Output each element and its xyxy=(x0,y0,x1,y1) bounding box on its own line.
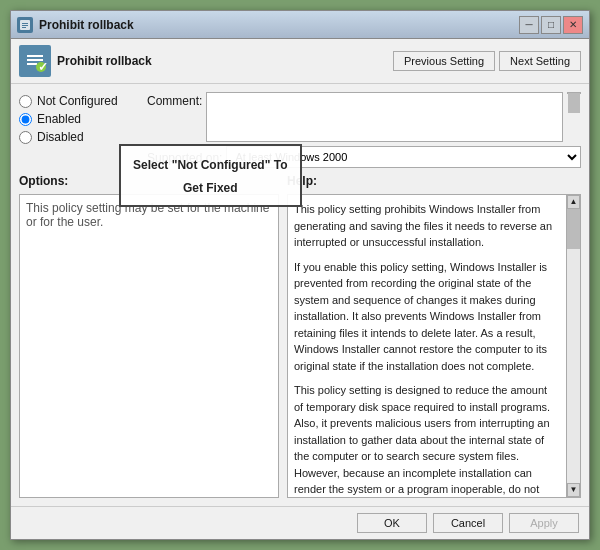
help-para-1: If you enable this policy setting, Windo… xyxy=(294,259,558,375)
supported-select[interactable]: At least Windows 2000 xyxy=(226,146,581,168)
supported-row: Supported on: At least Windows 2000 xyxy=(147,146,581,168)
top-section: Not Configured Enabled Disabled Comment: xyxy=(19,92,581,168)
comment-label: Comment: xyxy=(147,92,202,108)
comment-scrollbar[interactable] xyxy=(567,92,581,94)
next-setting-button[interactable]: Next Setting xyxy=(499,51,581,71)
disabled-option[interactable]: Disabled xyxy=(19,130,139,144)
enabled-option[interactable]: Enabled xyxy=(19,112,139,126)
window-title: Prohibit rollback xyxy=(39,18,134,32)
comment-scroll-thumb xyxy=(568,93,580,113)
help-section: Help: This policy setting prohibits Wind… xyxy=(287,174,581,498)
minimize-button[interactable]: ─ xyxy=(519,16,539,34)
enabled-radio[interactable] xyxy=(19,113,32,126)
toolbar: ✓ Prohibit rollback Previous Setting Nex… xyxy=(11,39,589,84)
cancel-button[interactable]: Cancel xyxy=(433,513,503,533)
title-bar: Prohibit rollback ─ □ ✕ xyxy=(11,11,589,39)
svg-text:✓: ✓ xyxy=(38,60,48,74)
help-para-0: This policy setting prohibits Windows In… xyxy=(294,201,558,251)
help-label: Help: xyxy=(287,174,581,188)
svg-rect-7 xyxy=(27,63,37,65)
svg-rect-5 xyxy=(27,55,43,57)
title-controls: ─ □ ✕ xyxy=(519,16,583,34)
options-body-text: This policy setting may be set for the m… xyxy=(26,201,269,229)
supported-label: Supported on: xyxy=(147,149,222,165)
svg-rect-2 xyxy=(22,25,28,26)
main-window: Prohibit rollback ─ □ ✕ ✓ Prohibit rollb… xyxy=(10,10,590,540)
toolbar-buttons: Previous Setting Next Setting xyxy=(393,51,581,71)
help-scroll-track xyxy=(567,209,580,483)
help-scroll-up-button[interactable]: ▲ xyxy=(567,195,580,209)
help-text: This policy setting prohibits Windows In… xyxy=(294,201,574,498)
title-bar-left: Prohibit rollback xyxy=(17,17,134,33)
help-box: This policy setting prohibits Windows In… xyxy=(287,194,581,498)
comment-textarea[interactable] xyxy=(206,92,563,142)
options-box: This policy setting may be set for the m… xyxy=(19,194,279,498)
policy-title: Prohibit rollback xyxy=(57,54,152,68)
disabled-radio[interactable] xyxy=(19,131,32,144)
radio-section: Not Configured Enabled Disabled xyxy=(19,92,139,168)
svg-rect-3 xyxy=(22,27,26,28)
help-scroll-down-button[interactable]: ▼ xyxy=(567,483,580,497)
svg-rect-1 xyxy=(22,23,28,24)
not-configured-radio[interactable] xyxy=(19,95,32,108)
policy-icon: ✓ xyxy=(19,45,51,77)
help-scrollbar[interactable]: ▲ ▼ xyxy=(566,195,580,497)
help-para-2: This policy setting is designed to reduc… xyxy=(294,382,558,498)
options-label: Options: xyxy=(19,174,279,188)
toolbar-left: ✓ Prohibit rollback xyxy=(19,45,152,77)
options-section: Options: This policy setting may be set … xyxy=(19,174,279,498)
help-scroll-thumb xyxy=(567,209,580,249)
not-configured-option[interactable]: Not Configured xyxy=(19,94,139,108)
footer: OK Cancel Apply xyxy=(11,506,589,539)
apply-button[interactable]: Apply xyxy=(509,513,579,533)
enabled-label: Enabled xyxy=(37,112,81,126)
ok-button[interactable]: OK xyxy=(357,513,427,533)
content-area: Not Configured Enabled Disabled Comment: xyxy=(11,84,589,506)
middle-section: Options: This policy setting may be set … xyxy=(19,174,581,498)
close-button[interactable]: ✕ xyxy=(563,16,583,34)
window-icon xyxy=(17,17,33,33)
maximize-button[interactable]: □ xyxy=(541,16,561,34)
supported-select-wrapper: At least Windows 2000 xyxy=(226,146,581,168)
comment-row: Comment: xyxy=(147,92,581,142)
right-section: Comment: Supported on: At least Windows … xyxy=(147,92,581,168)
not-configured-label: Not Configured xyxy=(37,94,118,108)
disabled-label: Disabled xyxy=(37,130,84,144)
prev-setting-button[interactable]: Previous Setting xyxy=(393,51,495,71)
